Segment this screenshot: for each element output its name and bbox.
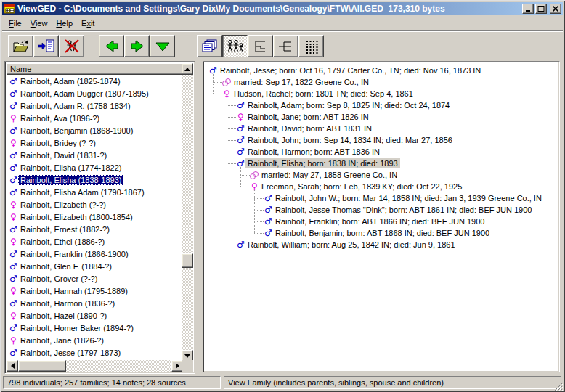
tree-row[interactable]: ♂Rainbolt, Jesse; born: Oct 16, 1797 Car… — [205, 65, 558, 76]
family-figures-icon — [226, 38, 245, 54]
tree-row[interactable]: ♂Rainbolt, Jesse Thomas "Dink"; born: AB… — [205, 204, 558, 216]
pedigree-tree-icon — [252, 38, 269, 54]
tree-row[interactable]: ♂Rainbolt, Elisha; born: 1838 IN; died: … — [205, 158, 558, 169]
male-icon: ♂ — [9, 261, 18, 271]
stacked-pages-icon — [201, 38, 219, 54]
open-file-button[interactable] — [8, 35, 33, 57]
list-item-label: Rainbolt, Jesse (1797-1873) — [18, 348, 123, 358]
tree-row[interactable]: ♂Rainbolt, Franklin; born: ABT 1866 IN; … — [205, 216, 558, 227]
vscroll-track[interactable] — [182, 75, 193, 362]
tree-row[interactable]: ♂Rainbolt, David; born: ABT 1831 IN — [205, 123, 558, 134]
arrow-to-document-icon — [38, 38, 55, 54]
list-item-label: Rainbolt, Ethel (1886-?) — [18, 237, 107, 247]
list-item-label: Rainbolt, Grover (?-?) — [18, 274, 99, 284]
menu-file[interactable]: File — [4, 17, 26, 29]
tree-row-text: Rainbolt, Elisha; born: 1838 IN; died: 1… — [245, 158, 400, 168]
tree-row-text: Rainbolt, John W.; born: Mar 14, 1858 IN… — [273, 193, 544, 203]
tree-row[interactable]: ♂Rainbolt, Harmon; born: ABT 1836 IN — [205, 146, 558, 158]
close-button[interactable] — [550, 4, 561, 14]
male-icon: ♂ — [9, 274, 18, 284]
list-item[interactable]: ♂Rainbolt, Benjamin (1868-1900) — [7, 124, 183, 136]
female-icon: ♀ — [9, 335, 18, 346]
app-icon — [4, 3, 15, 15]
tree-row[interactable]: ♀Rainbolt, Jane; born: ABT 1826 IN — [205, 111, 558, 123]
male-icon: ♂ — [9, 323, 18, 333]
tree-row[interactable]: ♂Rainbolt, William; born: Aug 25, 1842 I… — [205, 239, 558, 250]
list-item-label: Rainbolt, Jane (1826-?) — [18, 335, 106, 346]
list-item[interactable]: ♀Rainbolt, Elizabeth (1800-1854) — [7, 211, 183, 223]
list-item-label: Rainbolt, Elisha (1838-1893) — [18, 175, 123, 185]
list-item[interactable]: ♂Rainbolt, Elisha Adam (1790-1867) — [7, 186, 183, 198]
family-view-panel: ♂Rainbolt, Jesse; born: Oct 16, 1797 Car… — [203, 61, 560, 372]
list-item[interactable]: ♂Rainbolt, David (1831-?) — [7, 149, 183, 161]
tree-row[interactable]: married: Sep 17, 1822 Greene Co., IN — [205, 76, 558, 88]
list-item[interactable]: ♂Rainbolt, Harmon (1836-?) — [7, 297, 183, 309]
previous-button[interactable] — [99, 35, 124, 57]
export-document-button[interactable] — [33, 35, 59, 57]
view-pedigree-button[interactable] — [248, 35, 273, 57]
list-item-label: Rainbolt, Adam R. (1758-1834) — [18, 101, 133, 111]
view-descendants-button[interactable] — [273, 35, 298, 57]
list-item[interactable]: ♂Rainbolt, Ernest (1882-?) — [7, 223, 183, 235]
list-item[interactable]: ♂Rainbolt, Elisha (1838-1893) — [7, 173, 183, 186]
viewged-window: ViewGED - C:\Documents and Settings\Gary… — [0, 0, 565, 392]
list-item[interactable]: ♂Rainbolt, Elisha (1774-1822) — [7, 161, 183, 173]
tree-row-text: married: Sep 17, 1822 Greene Co., IN — [232, 77, 371, 87]
tree-row[interactable]: ♂Rainbolt, Adam; born: Sep 8, 1825 IN; d… — [205, 99, 558, 111]
next-button[interactable] — [124, 35, 150, 57]
list-item[interactable]: ♂Rainbolt, Jesse (1797-1873) — [7, 346, 183, 359]
view-grid-button[interactable] — [298, 35, 324, 57]
resize-grip[interactable] — [553, 382, 563, 391]
list-item[interactable]: ♂Rainbolt, Adam (1825-1874) — [7, 75, 183, 87]
tree-row-text: Rainbolt, Jesse; born: Oct 16, 1797 Cart… — [218, 65, 483, 75]
male-icon: ♂ — [9, 298, 18, 309]
list-item[interactable]: ♀Rainbolt, Hazel (1890-?) — [7, 309, 183, 322]
list-item[interactable]: ♂Rainbolt, Grover (?-?) — [7, 272, 183, 285]
list-item-label: Rainbolt, Hazel (1890-?) — [18, 311, 109, 321]
hscroll-left-button[interactable] — [7, 360, 18, 372]
view-family-button[interactable] — [222, 35, 248, 57]
list-item[interactable]: ♂Rainbolt, Franklin (1866-1900) — [7, 248, 183, 260]
hscroll-thumb[interactable] — [18, 360, 66, 372]
female-icon: ♀ — [9, 212, 18, 222]
list-item[interactable]: ♀Rainbolt, Ava (1896-?) — [7, 112, 183, 124]
name-column-header[interactable]: Name — [7, 63, 183, 75]
maximize-icon — [537, 5, 545, 12]
vscroll-thumb[interactable] — [182, 253, 193, 268]
list-item-label: Rainbolt, Hannah (1795-1889) — [18, 286, 130, 296]
tree-row-text: Rainbolt, Jane; born: ABT 1826 IN — [245, 112, 371, 122]
tree-row-text: Rainbolt, William; born: Aug 25, 1842 IN… — [245, 240, 458, 250]
menu-help[interactable]: Help — [52, 17, 77, 29]
tree-row[interactable]: ♀Freeman, Sarah; born: Feb, 1839 KY; die… — [205, 181, 558, 192]
list-item-label: Rainbolt, Harmon (1836-?) — [18, 298, 117, 309]
list-item[interactable]: ♀Rainbolt, Elizabeth (?-?) — [7, 198, 183, 211]
list-item[interactable]: ♂Rainbolt, Adam Dugger (1807-1895) — [7, 87, 183, 99]
list-item[interactable]: ♂Rainbolt, Homer Baker (1894-?) — [7, 322, 183, 334]
tree-row[interactable]: ♂Rainbolt, John; born: Sep 14, 1834 IN; … — [205, 134, 558, 146]
list-item[interactable]: ♀Rainbolt, Ethel (1886-?) — [7, 235, 183, 248]
list-item[interactable]: ♂Rainbolt, Adam R. (1758-1834) — [7, 99, 183, 112]
tree-row[interactable]: ♀Hudson, Rachel; born: 1801 TN; died: Se… — [205, 88, 558, 99]
tree-row[interactable]: ♂Rainbolt, Benjamin; born: ABT 1868 IN; … — [205, 227, 558, 239]
list-item[interactable]: ♀Rainbolt, Jane (1826-?) — [7, 334, 183, 346]
list-item[interactable]: ♀Rainbolt, Bridey (?-?) — [7, 136, 183, 149]
up-arrow-icon — [184, 65, 190, 71]
toolbar — [2, 30, 563, 60]
list-item[interactable]: ♂Rainbolt, Glen F. (1884-?) — [7, 260, 183, 272]
list-item[interactable]: ♀Rainbolt, Hannah (1795-1889) — [7, 285, 183, 297]
minimize-button[interactable] — [522, 4, 534, 14]
male-icon: ♂ — [236, 135, 245, 145]
copy-pages-button[interactable] — [197, 35, 222, 57]
menu-exit[interactable]: Exit — [77, 17, 99, 29]
maximize-button[interactable] — [535, 4, 547, 14]
menu-view[interactable]: View — [26, 17, 52, 29]
delete-individual-button[interactable] — [59, 35, 84, 57]
down-button[interactable] — [150, 35, 175, 57]
tree-row[interactable]: married: May 27, 1858 Greene Co., IN — [205, 169, 558, 181]
descendant-chart-icon — [277, 38, 295, 54]
female-icon: ♀ — [9, 138, 18, 148]
male-icon: ♂ — [236, 100, 245, 110]
tree-row[interactable]: ♂Rainbolt, John W.; born: Mar 14, 1858 I… — [205, 192, 558, 204]
vscroll-up-button[interactable] — [182, 63, 193, 75]
tree-connector — [227, 97, 227, 245]
